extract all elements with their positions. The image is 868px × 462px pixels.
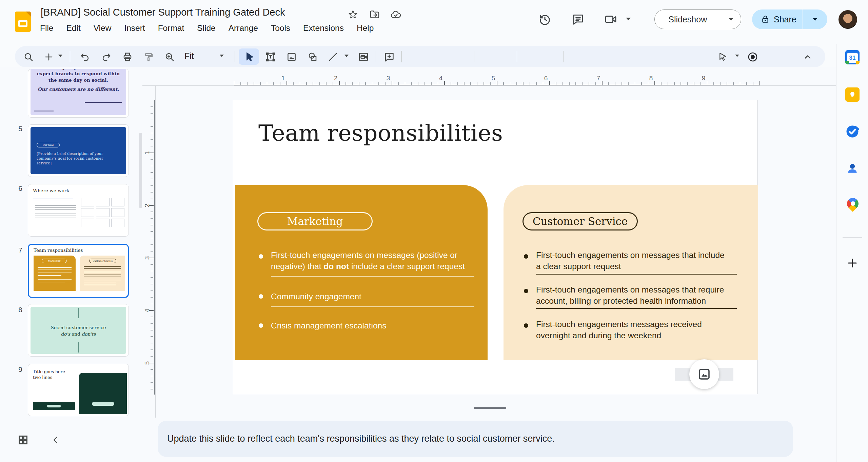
insert-line-dropdown[interactable] xyxy=(344,55,349,57)
cs-bullet-3[interactable]: First-touch engagements messages receive… xyxy=(536,319,746,341)
side-panel-divider xyxy=(843,237,862,238)
ruler-baseline xyxy=(155,86,156,418)
menu-help[interactable]: Help xyxy=(357,23,374,33)
customer-service-card[interactable]: Customer Service First-touch engagements… xyxy=(504,185,758,360)
keep-icon[interactable] xyxy=(845,87,860,102)
slide-canvas[interactable]: Team responsibilities Marketing First-to… xyxy=(233,100,758,394)
version-history-icon[interactable] xyxy=(537,12,553,27)
customer-service-pill[interactable]: Customer Service xyxy=(522,212,638,230)
cs-bullet-1[interactable]: First-touch engagements on messages that… xyxy=(536,249,746,272)
tasks-icon[interactable] xyxy=(845,124,860,139)
logo-fold xyxy=(26,12,31,17)
cs-bullet-2[interactable]: First-touch engagements on messages that… xyxy=(536,284,746,306)
image-placeholder-button[interactable] xyxy=(689,359,719,389)
calendar-icon[interactable]: 31 xyxy=(845,50,860,64)
thumb-separator xyxy=(38,273,72,273)
separator-line xyxy=(536,274,737,275)
thumb-separator xyxy=(84,272,121,272)
doc-title[interactable]: [BRAND] Social Customer Support Training… xyxy=(41,7,285,18)
grid-view-button[interactable] xyxy=(16,433,30,447)
insert-video-icon[interactable] xyxy=(357,51,370,63)
slide-number: 8 xyxy=(12,306,22,314)
insert-image-icon[interactable] xyxy=(285,51,298,63)
slideshow-dropdown[interactable] xyxy=(721,10,741,29)
thumbnail-slide-6[interactable]: Where we work xyxy=(28,184,129,237)
rec-icon[interactable] xyxy=(747,51,759,63)
thumbnail-slide-7-selected[interactable]: Team responsibilities Marketing Customer… xyxy=(28,244,129,298)
collapse-filmstrip-icon xyxy=(51,435,60,445)
paint-format-icon[interactable] xyxy=(142,51,155,63)
add-comment-icon[interactable] xyxy=(383,51,395,63)
open-comments-icon[interactable] xyxy=(570,12,586,27)
speaker-notes-bar[interactable]: Update this slide to reflect each team's… xyxy=(158,421,793,457)
insert-line-icon[interactable] xyxy=(327,51,339,63)
menu-arrange[interactable]: Arrange xyxy=(229,23,258,33)
bullet-dot xyxy=(524,289,528,293)
filmstrip: 5 6 7 8 9 The majority of consumers expe… xyxy=(0,68,146,418)
meet-icon[interactable] xyxy=(603,12,618,27)
share-button[interactable]: Share xyxy=(752,9,827,29)
bullet-dot xyxy=(259,254,263,259)
cloud-saved-icon[interactable] xyxy=(389,8,402,21)
select-tool[interactable] xyxy=(239,48,259,65)
add-icon[interactable] xyxy=(43,51,55,63)
zoom-select-value[interactable]: Fit xyxy=(184,51,194,61)
marketing-pill[interactable]: Marketing xyxy=(257,212,373,230)
avatar[interactable] xyxy=(839,10,857,29)
thumb7-marketing-card: Marketing xyxy=(34,256,76,291)
separator-line xyxy=(271,306,474,307)
marketing-bullet-3[interactable]: Crisis management escalations xyxy=(271,320,481,331)
ruler-baseline xyxy=(142,85,836,86)
add-dropdown-icon[interactable] xyxy=(58,55,62,57)
thumbnail-slide-4[interactable]: The majority of consumers expect brands … xyxy=(28,69,129,118)
menu-tools[interactable]: Tools xyxy=(271,23,290,33)
slideshow-button[interactable]: Slideshow xyxy=(654,9,741,29)
customer-service-pill-label: Customer Service xyxy=(533,215,628,227)
thumbnail-slide-9[interactable]: Title goes here two lines xyxy=(28,364,129,416)
redo-icon[interactable] xyxy=(100,51,113,63)
menu-insert[interactable]: Insert xyxy=(124,23,145,33)
toolbar-divider xyxy=(474,51,474,62)
menu-view[interactable]: View xyxy=(94,23,112,33)
text-box-icon[interactable] xyxy=(264,51,277,63)
zoom-select-dropdown[interactable] xyxy=(220,55,224,57)
menu-file[interactable]: File xyxy=(40,23,53,33)
canvas-h-scrollbar[interactable] xyxy=(474,407,506,409)
filmstrip-scrollbar[interactable] xyxy=(139,133,142,208)
marketing-card[interactable]: Marketing First-touch engagements on mes… xyxy=(235,185,488,360)
slides-logo[interactable] xyxy=(15,12,31,32)
pointer-dropdown[interactable] xyxy=(735,55,739,57)
menu-edit[interactable]: Edit xyxy=(66,23,80,33)
undo-icon[interactable] xyxy=(79,51,91,63)
thumb7-cs-card: Customer Service xyxy=(80,256,125,291)
menu-slide[interactable]: Slide xyxy=(197,23,215,33)
search-icon[interactable] xyxy=(22,51,35,63)
thumb-text-lines xyxy=(38,275,61,277)
share-label: Share xyxy=(774,15,796,24)
thumb-separator xyxy=(38,279,72,280)
contacts-icon[interactable] xyxy=(845,161,860,176)
thumb5-body: [Provide a brief description of your com… xyxy=(37,152,115,166)
insert-shape-icon[interactable] xyxy=(307,51,319,63)
laser-pointer-icon[interactable] xyxy=(717,51,729,63)
menu-extensions[interactable]: Extensions xyxy=(303,23,344,33)
share-dropdown[interactable] xyxy=(803,9,827,29)
thumbnail-slide-8[interactable]: Social customer service do's and don'ts xyxy=(28,304,129,357)
slide-title[interactable]: Team responsibilities xyxy=(258,120,503,146)
menu-format[interactable]: Format xyxy=(158,23,184,33)
move-folder-icon[interactable] xyxy=(368,8,381,21)
zoom-in-icon[interactable] xyxy=(163,51,176,63)
side-panel-add-icon xyxy=(847,257,858,269)
marketing-bullet-1[interactable]: First-touch engagements on messages (pos… xyxy=(271,249,481,272)
toolbar-divider xyxy=(401,51,402,62)
marketing-bullet-2[interactable]: Community engagement xyxy=(271,291,481,302)
thumbnail-slide-5[interactable]: Our Goal [Provide a brief description of… xyxy=(28,124,129,177)
collapse-toolbar-icon[interactable] xyxy=(802,51,814,63)
side-panel-add-button[interactable] xyxy=(845,256,860,270)
star-icon[interactable] xyxy=(347,8,359,21)
maps-icon[interactable] xyxy=(846,198,860,212)
thumb9-bottom-bar xyxy=(33,402,75,410)
collapse-filmstrip-button[interactable] xyxy=(49,433,62,447)
meet-dropdown-icon[interactable] xyxy=(626,18,631,20)
print-icon[interactable] xyxy=(121,51,134,63)
